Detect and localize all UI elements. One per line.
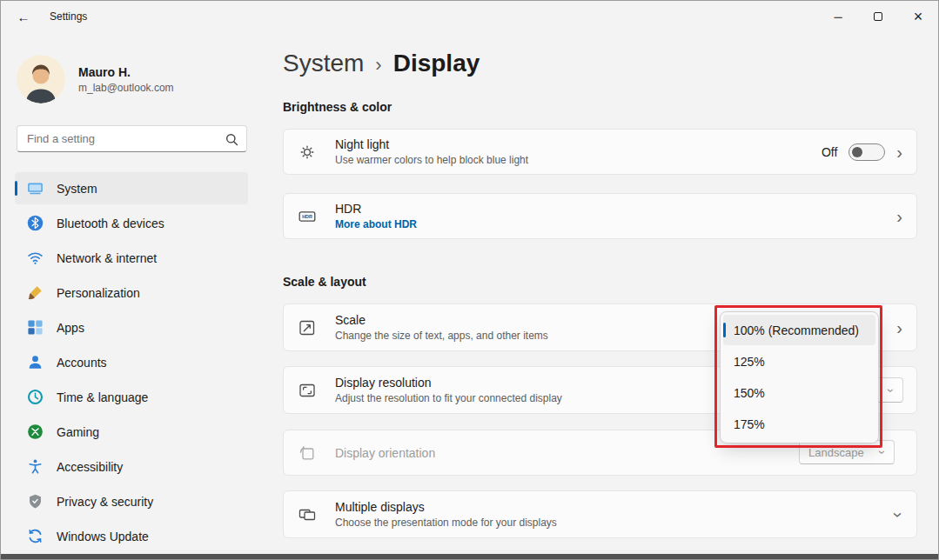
hdr-title: HDR — [335, 202, 417, 216]
sidebar-item-label: Privacy & security — [57, 495, 153, 509]
user-email: m_lab@outlook.com — [78, 82, 174, 94]
app-title: Settings — [50, 10, 87, 23]
maximize-icon — [874, 12, 882, 21]
sidebar-nav: System Bluetooth & devices Network & int… — [15, 172, 248, 555]
search-input[interactable] — [17, 126, 246, 151]
sidebar-item-accounts[interactable]: Accounts — [15, 346, 248, 378]
sidebar-item-personalization[interactable]: Personalization — [15, 277, 248, 309]
chevron-right-icon[interactable]: › — [896, 143, 902, 161]
sidebar-item-accessibility[interactable]: Accessibility — [15, 450, 248, 483]
scale-description: Change the size of text, apps, and other… — [335, 330, 548, 342]
resolution-description: Adjust the resolution to fit your connec… — [335, 392, 562, 404]
orientation-dropdown: Landscape › — [799, 440, 895, 464]
xbox-icon — [27, 423, 44, 440]
sidebar-item-label: Time & language — [57, 390, 148, 404]
sidebar-item-label: Gaming — [57, 425, 99, 439]
orientation-title: Display orientation — [335, 446, 435, 460]
minimize-button[interactable]: ─ — [818, 1, 858, 32]
clock-icon — [27, 389, 44, 405]
bottom-edge-strip — [1, 554, 938, 559]
sidebar-item-label: Accounts — [57, 356, 107, 370]
section-scale-layout: Scale & layout — [283, 275, 366, 289]
window-controls: ─ × — [818, 1, 938, 32]
user-profile[interactable]: Mauro H. m_lab@outlook.com — [17, 55, 174, 103]
section-brightness-color: Brightness & color — [283, 100, 392, 114]
night-light-title: Night light — [335, 137, 528, 151]
breadcrumb: System › Display — [283, 50, 480, 77]
sidebar-item-label: Apps — [57, 321, 84, 335]
chevron-down-icon[interactable]: › — [891, 511, 909, 517]
scale-option-175[interactable]: 175% — [723, 409, 875, 439]
hdr-controls: › — [896, 194, 902, 238]
sidebar-item-apps[interactable]: Apps — [15, 311, 248, 343]
sidebar-item-privacy-security[interactable]: Privacy & security — [15, 485, 248, 517]
sidebar-item-label: Windows Update — [57, 530, 149, 543]
sidebar-item-bluetooth-devices[interactable]: Bluetooth & devices — [15, 207, 248, 239]
maximize-button[interactable] — [858, 1, 898, 32]
toggle-knob — [852, 147, 862, 157]
chevron-down-icon: › — [886, 388, 898, 392]
breadcrumb-system[interactable]: System — [283, 50, 364, 77]
resolution-icon — [298, 382, 318, 399]
resolution-title: Display resolution — [335, 376, 562, 390]
chevron-down-icon: › — [877, 450, 889, 455]
sidebar-item-label: Accessibility — [57, 460, 123, 474]
user-info: Mauro H. m_lab@outlook.com — [78, 65, 174, 94]
scale-dropdown-flyout: 100% (Recommended) 125% 150% 175% — [720, 311, 879, 443]
chevron-right-icon[interactable]: › — [896, 208, 902, 225]
multiple-displays-title: Multiple displays — [335, 500, 557, 514]
night-light-text: Night light Use warmer colors to help bl… — [335, 137, 528, 166]
search-box — [17, 125, 247, 152]
sidebar: Mauro H. m_lab@outlook.com System — [1, 32, 262, 554]
multiple-displays-icon — [298, 506, 318, 523]
orientation-dropdown-value: Landscape — [808, 446, 864, 459]
resolution-text: Display resolution Adjust the resolution… — [335, 376, 562, 404]
search-icon[interactable] — [225, 133, 238, 150]
night-light-toggle-label: Off — [822, 145, 837, 159]
scale-option-100-recommended[interactable]: 100% (Recommended) — [723, 315, 875, 345]
night-light-icon — [298, 143, 318, 161]
person-icon — [27, 354, 44, 370]
hdr-text: HDR More about HDR — [335, 202, 417, 230]
orientation-icon — [298, 444, 318, 462]
chevron-right-icon[interactable]: › — [896, 319, 902, 337]
system-icon — [27, 180, 44, 197]
scale-icon — [298, 319, 318, 337]
brush-icon — [27, 284, 44, 301]
bluetooth-icon — [27, 215, 44, 231]
close-button[interactable]: × — [898, 1, 938, 32]
multiple-displays-description: Choose the presentation mode for your di… — [335, 517, 557, 529]
sidebar-item-label: Bluetooth & devices — [57, 217, 164, 230]
hdr-icon: HDR — [298, 208, 318, 225]
shield-icon — [27, 493, 44, 510]
multiple-displays-card[interactable]: Multiple displays Choose the presentatio… — [283, 490, 917, 538]
sidebar-item-label: Network & internet — [57, 251, 157, 265]
night-light-controls: Off › — [822, 130, 902, 174]
sidebar-item-gaming[interactable]: Gaming — [15, 416, 248, 448]
multiple-displays-text: Multiple displays Choose the presentatio… — [335, 500, 557, 529]
scale-option-125[interactable]: 125% — [723, 346, 875, 377]
wifi-icon — [27, 250, 44, 266]
sidebar-item-windows-update[interactable]: Windows Update — [15, 520, 248, 552]
update-arrows-icon — [27, 528, 44, 544]
night-light-description: Use warmer colors to help block blue lig… — [335, 154, 528, 166]
scale-controls: › — [896, 304, 902, 350]
night-light-card[interactable]: Night light Use warmer colors to help bl… — [283, 129, 917, 175]
hdr-card[interactable]: HDR HDR More about HDR › — [283, 193, 917, 239]
orientation-text: Display orientation — [335, 446, 435, 460]
settings-window: ← Settings ─ × Mauro — [0, 0, 939, 560]
avatar — [17, 55, 65, 103]
breadcrumb-separator: › — [375, 54, 381, 77]
user-name: Mauro H. — [78, 65, 174, 79]
back-button[interactable]: ← — [11, 4, 36, 29]
sidebar-item-system[interactable]: System — [15, 172, 248, 204]
sidebar-item-time-language[interactable]: Time & language — [15, 381, 248, 413]
scale-title: Scale — [335, 313, 548, 327]
sidebar-item-network-internet[interactable]: Network & internet — [15, 242, 248, 274]
scale-text: Scale Change the size of text, apps, and… — [335, 313, 548, 342]
night-light-toggle[interactable] — [848, 143, 885, 161]
accessibility-person-icon — [27, 458, 44, 475]
hdr-more-link[interactable]: More about HDR — [335, 218, 417, 230]
scale-option-150[interactable]: 150% — [723, 377, 875, 408]
svg-text:HDR: HDR — [302, 214, 312, 219]
